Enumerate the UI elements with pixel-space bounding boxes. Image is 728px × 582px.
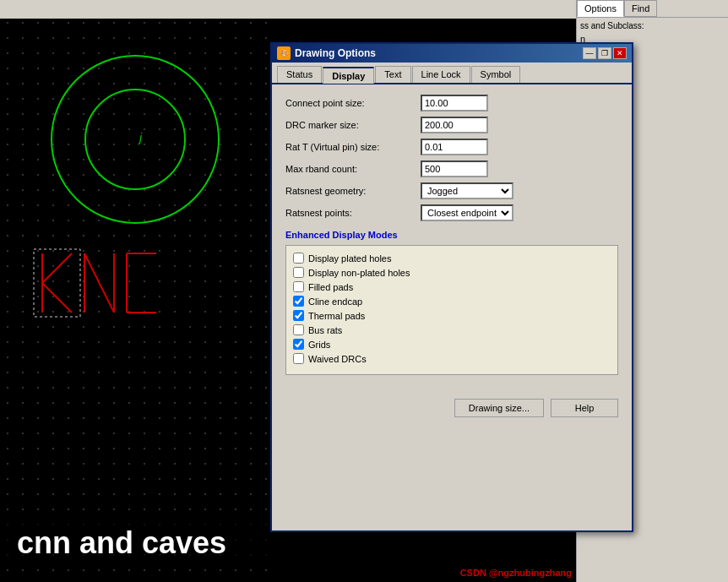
filled-pads-checkbox[interactable] (293, 281, 304, 292)
drc-marker-label: DRC marker size: (285, 120, 421, 130)
close-button[interactable]: ✕ (613, 47, 627, 59)
waived-drcs-label: Waived DRCs (308, 354, 367, 364)
help-button[interactable]: Help (551, 399, 618, 417)
display-nonplated-holes-row: Display non-plated holes (293, 267, 611, 278)
svg-rect-9 (34, 249, 80, 317)
dialog-titlebar: 🎨 Drawing Options — ❐ ✕ (272, 44, 632, 63)
max-rband-label: Max rband count: (285, 164, 421, 174)
knc-drawing (25, 245, 253, 414)
display-nonplated-holes-checkbox[interactable] (293, 267, 304, 278)
drc-marker-row: DRC marker size: (285, 117, 618, 133)
filled-pads-row: Filled pads (293, 281, 611, 292)
ratsnest-points-row: Ratsnest points: Closest endpoint Any en… (285, 204, 618, 221)
tab-symbol[interactable]: Symbol (471, 66, 521, 83)
drawing-options-dialog: 🎨 Drawing Options — ❐ ✕ Status Display T… (270, 42, 633, 532)
tab-display[interactable]: Display (323, 67, 374, 84)
dialog-title-text: Drawing Options (295, 47, 376, 59)
grids-label: Grids (308, 340, 330, 350)
options-tab[interactable]: Options (577, 0, 624, 17)
tab-bar: Status Display Text Line Lock Symbol (272, 63, 632, 84)
bus-rats-label: Bus rats (308, 325, 342, 335)
max-rband-row: Max rband count: (285, 160, 618, 177)
ratsnest-points-label: Ratsnest points: (285, 208, 421, 218)
rat-t-label: Rat T (Virtual pin) size: (285, 142, 421, 152)
waived-drcs-row: Waived DRCs (293, 353, 611, 364)
waived-drcs-checkbox[interactable] (293, 353, 304, 364)
display-plated-holes-row: Display plated holes (293, 253, 611, 264)
svg-line-4 (84, 253, 114, 313)
cline-endcap-row: Cline endcap (293, 296, 611, 307)
right-panel-tabs: Options Find (577, 0, 728, 18)
svg-line-1 (42, 253, 72, 283)
cad-canvas: j (0, 0, 279, 582)
rat-t-input[interactable] (421, 139, 488, 155)
thermal-pads-checkbox[interactable] (293, 310, 304, 321)
cad-circle-inner (84, 89, 186, 190)
display-nonplated-holes-label: Display non-plated holes (308, 268, 410, 278)
restore-button[interactable]: ❐ (598, 47, 611, 59)
connect-point-label: Connect point size: (285, 98, 421, 108)
bus-rats-row: Bus rats (293, 324, 611, 335)
find-tab[interactable]: Find (624, 0, 657, 17)
dialog-footer: Drawing size... Help (272, 392, 632, 424)
toolbar-area (0, 0, 583, 19)
thermal-pads-label: Thermal pads (308, 311, 365, 321)
filled-pads-label: Filled pads (308, 282, 353, 292)
drc-marker-input[interactable] (421, 117, 488, 133)
cline-endcap-label: Cline endcap (308, 296, 362, 307)
ratsnest-geometry-label: Ratsnest geometry: (285, 186, 421, 196)
ratsnest-points-select[interactable]: Closest endpoint Any endpoint (421, 204, 513, 221)
grids-checkbox[interactable] (293, 339, 304, 350)
tab-line-lock[interactable]: Line Lock (412, 66, 470, 83)
dialog-icon: 🎨 (277, 46, 291, 60)
tab-text[interactable]: Text (375, 66, 410, 83)
minimize-button[interactable]: — (583, 47, 596, 59)
max-rband-input[interactable] (421, 160, 488, 177)
connect-point-row: Connect point size: (285, 95, 618, 112)
dialog-title: 🎨 Drawing Options (277, 46, 376, 60)
grids-row: Grids (293, 339, 611, 350)
enhanced-display-section: Display plated holes Display non-plated … (285, 245, 618, 375)
svg-line-2 (42, 283, 72, 313)
connect-point-input[interactable] (421, 95, 488, 112)
rat-t-row: Rat T (Virtual pin) size: (285, 139, 618, 155)
watermark-text: CSDN @ngzhubingzhang (460, 568, 572, 578)
dialog-content: Connect point size: DRC marker size: Rat… (272, 84, 632, 392)
thermal-pads-row: Thermal pads (293, 310, 611, 321)
display-plated-holes-checkbox[interactable] (293, 253, 304, 264)
bus-rats-checkbox[interactable] (293, 324, 304, 335)
tab-status[interactable]: Status (277, 66, 322, 83)
ratsnest-geometry-row: Ratsnest geometry: Jogged Direct (285, 182, 618, 199)
cad-label-j: j (139, 131, 142, 144)
section-header: Enhanced Display Modes (285, 230, 618, 240)
drawing-size-button[interactable]: Drawing size... (454, 399, 544, 417)
subclass-label: ss and Subclass: (580, 21, 725, 30)
display-plated-holes-label: Display plated holes (308, 253, 391, 264)
cline-endcap-checkbox[interactable] (293, 296, 304, 307)
dialog-controls: — ❐ ✕ (583, 47, 627, 59)
ratsnest-geometry-select[interactable]: Jogged Direct (421, 182, 513, 199)
